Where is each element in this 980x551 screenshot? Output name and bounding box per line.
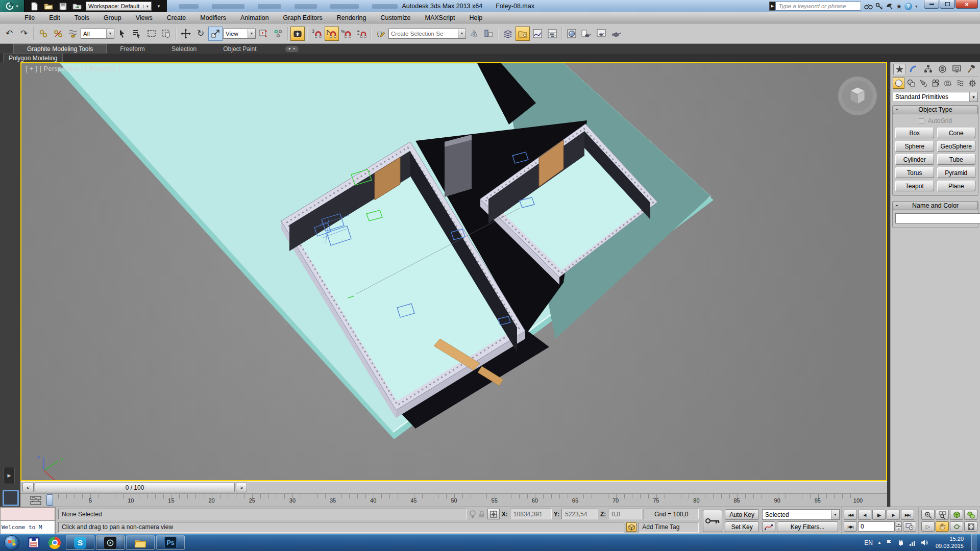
ribbon-config-dropdown[interactable]: ▼▼ — [285, 46, 299, 52]
search-input[interactable]: Type a keyword or phrase — [775, 2, 861, 11]
zoom-extents-all-button[interactable] — [964, 510, 977, 520]
curve-editor-button[interactable] — [530, 27, 545, 41]
search-flyout-icon[interactable]: ▶ — [769, 2, 775, 11]
speaker-icon[interactable] — [921, 539, 928, 546]
selection-region-button[interactable] — [144, 27, 159, 41]
menu-group[interactable]: Group — [96, 12, 129, 23]
listener-output-field[interactable]: Welcome to M — [0, 520, 55, 534]
viewcube[interactable] — [838, 77, 877, 115]
isolate-bulb-icon[interactable] — [469, 510, 476, 519]
named-selection-set-combo[interactable]: Create Selection Se ▼ — [388, 29, 466, 39]
menu-animation[interactable]: Animation — [233, 12, 276, 23]
dope-sheet-button[interactable] — [545, 27, 559, 41]
menu-create[interactable]: Create — [160, 12, 193, 23]
object-type-header[interactable]: - Object Type — [893, 105, 978, 114]
object-button-box[interactable]: Box — [895, 128, 934, 138]
ribbon-tab-graphite-modeling-tools[interactable]: Graphite Modeling Tools — [13, 44, 107, 54]
next-frame-button[interactable]: > — [236, 483, 247, 492]
key-filters-button[interactable]: Key Filters... — [777, 521, 838, 532]
play-button[interactable]: ▶ — [872, 510, 886, 520]
keyboard-override-button[interactable] — [290, 27, 305, 41]
tab-polygon-modeling[interactable]: Polygon Modeling — [3, 54, 63, 62]
taskbar-3dsmax[interactable] — [96, 535, 125, 550]
add-time-tag-field[interactable]: Add Time Tag — [639, 522, 699, 533]
category-systems[interactable] — [966, 78, 978, 89]
language-indicator[interactable]: EN — [864, 539, 873, 546]
save-file-button[interactable] — [57, 2, 68, 11]
selection-filter-dropdown[interactable]: All ▼ — [81, 29, 114, 39]
taskbar-floppy-app[interactable] — [24, 535, 43, 550]
z-coordinate-field[interactable] — [608, 509, 642, 519]
frame-spinner[interactable]: ▲ ▼ — [896, 521, 902, 532]
taskbar-explorer[interactable] — [126, 535, 155, 550]
orbit-button[interactable] — [950, 521, 963, 532]
hidden-icons-button[interactable]: ▲ — [877, 540, 881, 545]
tab-hierarchy[interactable] — [922, 64, 935, 74]
communication-center-icon[interactable] — [886, 3, 893, 10]
percent-snap-button[interactable]: % — [339, 27, 354, 41]
menu-maxscript[interactable]: MAXScript — [418, 12, 462, 23]
pan-view-button[interactable] — [936, 521, 949, 532]
new-scene-button[interactable] — [29, 2, 40, 11]
select-and-scale-button[interactable] — [208, 27, 223, 41]
time-slider-handle[interactable] — [46, 494, 53, 506]
zoom-button[interactable] — [921, 510, 935, 520]
close-button[interactable]: × — [955, 0, 978, 9]
select-and-rotate-button[interactable]: ↻ — [193, 27, 208, 41]
autogrid-checkbox[interactable] — [919, 118, 924, 124]
object-button-geosphere[interactable]: GeoSphere — [937, 141, 976, 152]
qat-flyout-button[interactable]: ▼ — [155, 4, 163, 9]
mirror-button[interactable] — [467, 27, 481, 41]
taskbar-chrome[interactable] — [45, 535, 64, 550]
current-frame-field[interactable]: 0 — [858, 521, 895, 532]
category-lights[interactable] — [917, 78, 929, 89]
undo-button[interactable]: ↶ — [2, 27, 16, 41]
absolute-mode-toggle[interactable] — [487, 509, 500, 519]
name-color-header[interactable]: - Name and Color — [893, 201, 978, 210]
x-coordinate-field[interactable] — [510, 509, 552, 519]
application-menu-button[interactable]: ▼ — [0, 0, 24, 12]
spinner-snap-button[interactable] — [354, 27, 369, 41]
object-button-plane[interactable]: Plane — [937, 181, 976, 191]
menu-graph-editors[interactable]: Graph Editors — [276, 12, 330, 23]
object-button-teapot[interactable]: Teapot — [895, 181, 934, 191]
isometric-view-toggle[interactable] — [626, 522, 636, 532]
search-binoculars-icon[interactable] — [864, 3, 873, 10]
auto-key-button[interactable]: Auto Key — [725, 509, 759, 520]
ribbon-toggle-button[interactable] — [516, 27, 530, 41]
material-editor-button[interactable] — [565, 27, 579, 41]
next-frame-button[interactable]: |▶ — [887, 510, 900, 520]
category-cameras[interactable] — [929, 78, 941, 89]
goto-end-button[interactable]: ▶▶| — [901, 510, 914, 520]
menu-file[interactable]: File — [17, 12, 42, 23]
title-band[interactable]: Autodesk 3ds Max 2013 x64Foley-08.max — [167, 0, 769, 12]
maximize-viewport-button[interactable] — [964, 521, 977, 532]
set-keys-button[interactable] — [703, 510, 722, 532]
time-slider[interactable]: 0 / 100 — [35, 483, 235, 492]
goto-start-button[interactable]: |◀◀ — [844, 510, 857, 520]
select-and-move-button[interactable] — [179, 27, 193, 41]
select-and-link-button[interactable] — [36, 27, 51, 41]
start-button[interactable] — [4, 535, 19, 550]
render-production-button[interactable] — [609, 27, 623, 41]
edit-named-sets-button[interactable]: {} — [374, 27, 388, 41]
object-name-field[interactable] — [895, 213, 980, 223]
default-tangent-button[interactable] — [762, 521, 775, 532]
object-button-sphere[interactable]: Sphere — [895, 141, 934, 152]
taskbar-skype[interactable]: S — [66, 535, 94, 550]
time-configuration-button[interactable] — [903, 521, 916, 532]
tab-modify[interactable] — [908, 64, 920, 74]
menu-modifiers[interactable]: Modifiers — [193, 12, 233, 23]
previous-frame-button[interactable]: ◀| — [858, 510, 871, 520]
set-key-button[interactable]: Set Key — [725, 521, 759, 532]
redo-button[interactable]: ↷ — [17, 27, 31, 41]
viewport-label[interactable]: [ + ] [ Perspective ] [ Realistic ] — [26, 65, 120, 72]
render-setup-button[interactable] — [579, 27, 594, 41]
taskbar-photoshop[interactable]: Ps — [156, 535, 185, 550]
key-mode-dropdown[interactable]: Selected ▼ — [762, 509, 840, 520]
power-plug-icon[interactable] — [897, 539, 904, 546]
tab-motion[interactable] — [936, 64, 949, 74]
timeline-ruler[interactable]: 0510152025303540455055606570758085909510… — [20, 494, 887, 507]
y-coordinate-field[interactable] — [561, 509, 598, 519]
previous-frame-button[interactable]: < — [22, 483, 34, 492]
